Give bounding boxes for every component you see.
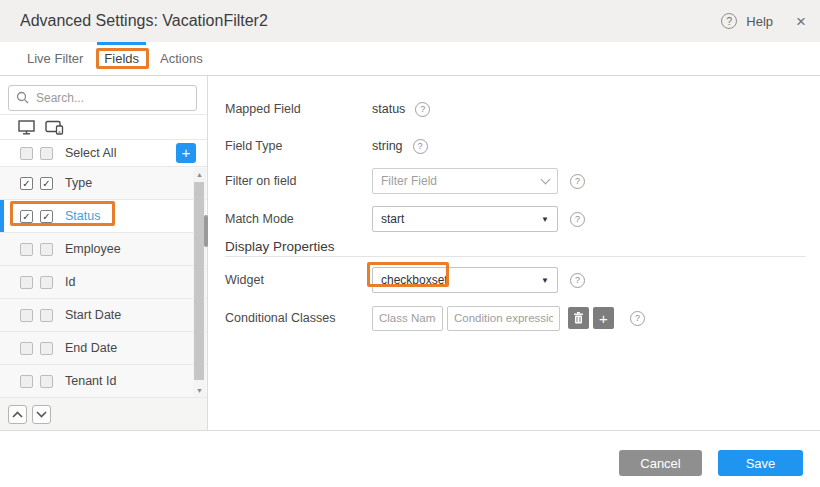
select-all-row: Select All + <box>0 140 207 167</box>
conditional-classes-row: Conditional Classes + ? <box>225 303 806 333</box>
tab-label: Fields <box>104 51 139 66</box>
match-mode-row: Match Mode start ▼ ? <box>225 204 806 234</box>
display-properties-heading: Display Properties <box>225 239 335 254</box>
widget-value: checkboxset <box>381 273 448 287</box>
select-all-label: Select All <box>65 146 116 160</box>
widget-label: Widget <box>225 273 372 287</box>
mapped-field-value: status <box>372 102 405 116</box>
match-mode-select[interactable]: start ▼ <box>372 206 558 232</box>
scroll-down-icon[interactable]: ▼ <box>193 387 206 394</box>
caret-down-icon: ▼ <box>541 276 549 285</box>
mobile-tablet-icon[interactable] <box>45 120 64 135</box>
cancel-button[interactable]: Cancel <box>619 450 702 476</box>
field-row-label: Employee <box>65 242 121 256</box>
help-icon[interactable]: ? <box>413 139 428 154</box>
field-row[interactable]: Start Date <box>0 299 207 332</box>
web-checkbox[interactable] <box>20 342 33 355</box>
help-icon[interactable]: ? <box>570 174 585 189</box>
move-field-up-button[interactable] <box>8 405 27 424</box>
desktop-icon[interactable] <box>18 120 36 135</box>
field-row-label: Status <box>65 209 100 223</box>
filter-field-placeholder: Filter Field <box>381 174 437 188</box>
mobile-checkbox[interactable] <box>40 243 53 256</box>
titlebar: Advanced Settings: VacationFilter2 ? Hel… <box>0 0 820 42</box>
field-row-label: Tenant Id <box>65 374 116 388</box>
chevron-down-icon <box>541 174 551 184</box>
section-divider <box>225 256 806 257</box>
mapped-field-row: Mapped Field status ? <box>225 94 806 124</box>
widget-row: Widget checkboxset ▼ ? <box>225 265 806 295</box>
conditional-classes-label: Conditional Classes <box>225 311 372 325</box>
field-type-row: Field Type string ? <box>225 131 806 161</box>
field-row-label: Id <box>65 275 75 289</box>
advanced-settings-dialog: Advanced Settings: VacationFilter2 ? Hel… <box>0 0 820 487</box>
save-button[interactable]: Save <box>718 450 803 476</box>
field-type-value: string <box>372 139 403 153</box>
add-field-button[interactable]: + <box>176 143 196 163</box>
filter-field-select[interactable]: Filter Field <box>372 168 558 194</box>
web-checkbox[interactable] <box>20 375 33 388</box>
condition-expression-input[interactable] <box>447 306 560 331</box>
active-tab-indicator <box>97 42 146 45</box>
mobile-checkbox[interactable] <box>40 276 53 289</box>
dialog-footer: Cancel Save <box>0 430 820 487</box>
help-icon[interactable]: ? <box>721 13 737 29</box>
delete-condition-button[interactable] <box>568 307 589 329</box>
field-settings-panel: Mapped Field status ? Field Type string … <box>208 76 820 430</box>
scroll-up-icon[interactable]: ▲ <box>193 171 206 178</box>
mobile-checkbox[interactable] <box>40 375 53 388</box>
mobile-checkbox[interactable] <box>40 342 53 355</box>
tab-fields[interactable]: Fields <box>97 42 146 75</box>
tabbar: Live Filter Fields Actions <box>0 42 820 76</box>
web-checkbox[interactable] <box>20 276 33 289</box>
field-row[interactable]: Status <box>0 200 207 233</box>
close-icon[interactable]: × <box>796 13 806 30</box>
help-icon[interactable]: ? <box>570 273 585 288</box>
select-all-mobile-checkbox[interactable] <box>40 147 53 160</box>
filter-on-field-row: Filter on field Filter Field ? <box>225 166 806 196</box>
tab-live-filter[interactable]: Live Filter <box>20 42 90 75</box>
web-checkbox[interactable] <box>20 243 33 256</box>
field-row[interactable]: Type <box>0 167 207 200</box>
titlebar-actions: ? Help × <box>721 13 806 30</box>
mobile-checkbox[interactable] <box>40 309 53 322</box>
class-name-input[interactable] <box>372 306 443 331</box>
search-input[interactable] <box>8 85 197 111</box>
field-rows: Type Status Employee Id Start Date End D… <box>0 167 207 398</box>
help-link[interactable]: Help <box>746 14 773 29</box>
help-icon[interactable]: ? <box>630 311 645 326</box>
search-area <box>0 76 207 115</box>
caret-down-icon: ▼ <box>541 215 549 224</box>
web-checkbox[interactable] <box>20 210 33 223</box>
web-checkbox[interactable] <box>20 177 33 190</box>
sidebar-scrollbar[interactable]: ▲ ▼ <box>193 168 206 397</box>
widget-select[interactable]: checkboxset ▼ <box>372 267 558 293</box>
filter-on-field-label: Filter on field <box>225 174 372 188</box>
field-row[interactable]: Id <box>0 266 207 299</box>
tab-label: Actions <box>160 51 203 66</box>
match-mode-value: start <box>381 212 404 226</box>
fields-sidebar: Select All + Type Status Employee Id Sta… <box>0 76 208 430</box>
help-icon[interactable]: ? <box>570 212 585 227</box>
mapped-field-label: Mapped Field <box>225 102 372 116</box>
mobile-checkbox[interactable] <box>40 177 53 190</box>
search-icon <box>16 91 29 104</box>
dialog-title: Advanced Settings: VacationFilter2 <box>20 12 721 30</box>
mobile-checkbox[interactable] <box>40 210 53 223</box>
help-icon[interactable]: ? <box>415 102 430 117</box>
tab-label: Live Filter <box>27 51 83 66</box>
main-panel-scrollbar[interactable] <box>204 215 208 247</box>
scrollbar-thumb[interactable] <box>194 182 204 380</box>
match-mode-label: Match Mode <box>225 212 372 226</box>
move-field-down-button[interactable] <box>32 405 51 424</box>
dialog-body: Select All + Type Status Employee Id Sta… <box>0 76 820 430</box>
field-order-controls <box>0 398 207 430</box>
add-condition-button[interactable]: + <box>593 307 614 329</box>
web-checkbox[interactable] <box>20 309 33 322</box>
tab-actions[interactable]: Actions <box>153 42 210 75</box>
field-row[interactable]: End Date <box>0 332 207 365</box>
field-row[interactable]: Tenant Id <box>0 365 207 398</box>
field-row-label: End Date <box>65 341 117 355</box>
select-all-web-checkbox[interactable] <box>20 147 33 160</box>
field-row[interactable]: Employee <box>0 233 207 266</box>
